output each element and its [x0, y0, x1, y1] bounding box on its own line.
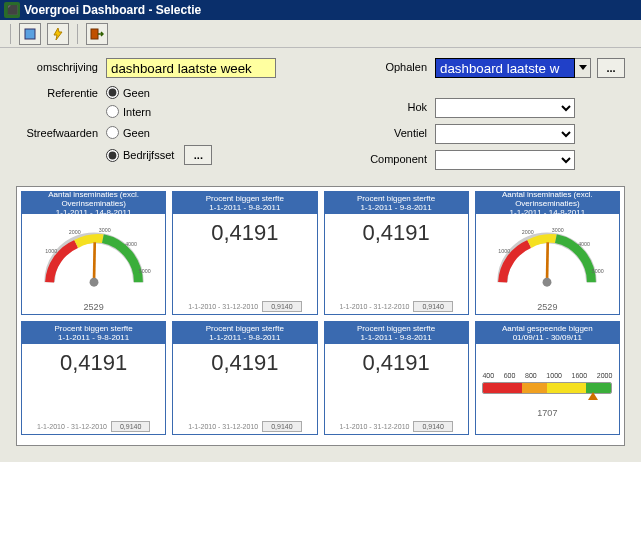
svg-marker-3: [579, 65, 587, 70]
ophalen-dropdown-button[interactable]: [575, 58, 591, 78]
toolbar: [0, 20, 641, 48]
svg-text:3000: 3000: [552, 227, 564, 233]
streef-bedrijfsset-option[interactable]: Bedrijfsset ...: [106, 145, 212, 165]
card-subtitle: 1-1-2011 - 9-8-2011: [23, 333, 164, 342]
svg-text:2000: 2000: [522, 229, 534, 235]
dashboard-card-body: 0,4191 1-1-2010 - 31-12-2010 0,9140: [173, 344, 316, 434]
omschrijving-label: omschrijving: [16, 58, 106, 73]
ophalen-label: Ophalen: [355, 58, 435, 73]
ventiel-select[interactable]: [435, 124, 575, 144]
hok-select[interactable]: [435, 98, 575, 118]
chevron-down-icon: [579, 65, 587, 71]
referentie-geen-radio[interactable]: [106, 86, 119, 99]
form-left-column: omschrijving Referentie Geen Intern: [16, 58, 276, 176]
referentie-label: Referentie: [16, 84, 106, 99]
linear-gauge: 400600800100016002000: [482, 382, 612, 394]
svg-text:5000: 5000: [592, 268, 604, 274]
referentie-intern-radio[interactable]: [106, 105, 119, 118]
toolbar-bolt-button[interactable]: [47, 23, 69, 45]
card-title: Aantal inseminaties (excl. Overinseminat…: [23, 190, 164, 208]
metric-footer-compare[interactable]: 0,9140: [413, 421, 452, 432]
dashboard-card-body: 400600800100016002000 1707: [476, 344, 619, 434]
svg-text:3000: 3000: [98, 227, 110, 233]
streef-bedrijfsset-label: Bedrijfsset: [123, 149, 174, 161]
selection-form: omschrijving Referentie Geen Intern: [0, 48, 641, 462]
dashboard-card-header: Procent biggen sterfte 1-1-2011 - 9-8-20…: [22, 322, 165, 344]
svg-point-10: [89, 278, 98, 287]
dashboard-card-body: 0,4191 1-1-2010 - 31-12-2010 0,9140: [173, 214, 316, 314]
referentie-radio-group: Geen Intern: [106, 84, 151, 118]
gauge-value: 2529: [84, 302, 104, 312]
metric-footer-compare[interactable]: 0,9140: [111, 421, 150, 432]
ophalen-browse-button[interactable]: ...: [597, 58, 625, 78]
metric-footer: 1-1-2010 - 31-12-2010 0,9140: [339, 301, 452, 312]
metric-footer: 1-1-2010 - 31-12-2010 0,9140: [188, 301, 301, 312]
metric-footer-compare[interactable]: 0,9140: [262, 301, 301, 312]
linear-gauge-pointer: [588, 392, 598, 400]
gauge-chart: 10002000300040005000: [482, 220, 612, 300]
linear-gauge-value: 1707: [537, 408, 557, 418]
svg-text:4000: 4000: [579, 241, 591, 247]
component-select[interactable]: [435, 150, 575, 170]
toolbar-divider: [77, 24, 78, 44]
card-subtitle: 01/09/11 - 30/09/11: [477, 333, 618, 342]
streef-geen-radio[interactable]: [106, 126, 119, 139]
streef-geen-option[interactable]: Geen: [106, 126, 212, 139]
card-title: Procent biggen sterfte: [326, 194, 467, 203]
svg-text:2000: 2000: [68, 229, 80, 235]
referentie-intern-label: Intern: [123, 106, 151, 118]
metric-footer-date: 1-1-2010 - 31-12-2010: [339, 303, 409, 310]
card-title: Aantal inseminaties (excl. Overinseminat…: [477, 190, 618, 208]
dashboard-card: Aantal inseminaties (excl. Overinseminat…: [21, 191, 166, 315]
toolbar-exit-button[interactable]: [86, 23, 108, 45]
dashboard-card-body: 10002000300040005000 2529: [22, 214, 165, 314]
svg-rect-2: [91, 29, 98, 39]
ophalen-input[interactable]: [435, 58, 575, 78]
metric-footer-date: 1-1-2010 - 31-12-2010: [37, 423, 107, 430]
dashboard-card-header: Aantal gespeende biggen 01/09/11 - 30/09…: [476, 322, 619, 344]
metric-footer-date: 1-1-2010 - 31-12-2010: [188, 423, 258, 430]
toolbar-book-button[interactable]: [19, 23, 41, 45]
card-title: Procent biggen sterfte: [326, 324, 467, 333]
component-label: Component: [355, 150, 435, 165]
bedrijfsset-browse-button[interactable]: ...: [184, 145, 212, 165]
ventiel-label: Ventiel: [355, 124, 435, 139]
metric-value: 0,4191: [211, 350, 278, 376]
card-title: Procent biggen sterfte: [23, 324, 164, 333]
app-icon: ⬛: [4, 2, 20, 18]
dashboard-card: Procent biggen sterfte 1-1-2011 - 9-8-20…: [324, 321, 469, 435]
metric-footer-compare[interactable]: 0,9140: [262, 421, 301, 432]
card-title: Procent biggen sterfte: [174, 194, 315, 203]
card-subtitle: 1-1-2011 - 9-8-2011: [326, 333, 467, 342]
hok-label: Hok: [355, 98, 435, 113]
referentie-intern-option[interactable]: Intern: [106, 105, 151, 118]
form-right-column: Ophalen ... Hok Ventiel Component: [355, 58, 625, 176]
svg-point-17: [543, 278, 552, 287]
card-subtitle: 1-1-2011 - 9-8-2011: [326, 203, 467, 212]
card-title: Procent biggen sterfte: [174, 324, 315, 333]
card-subtitle: 1-1-2011 - 9-8-2011: [174, 333, 315, 342]
streefwaarden-radio-group: Geen Bedrijfsset ...: [106, 124, 212, 165]
dashboard-card-body: 0,4191 1-1-2010 - 31-12-2010 0,9140: [22, 344, 165, 434]
metric-footer-date: 1-1-2010 - 31-12-2010: [188, 303, 258, 310]
svg-text:1000: 1000: [499, 248, 511, 254]
dashboard-card: Procent biggen sterfte 1-1-2011 - 9-8-20…: [21, 321, 166, 435]
referentie-geen-option[interactable]: Geen: [106, 86, 151, 99]
bolt-icon: [51, 27, 65, 41]
dashboard-card: Procent biggen sterfte 1-1-2011 - 9-8-20…: [172, 191, 317, 315]
omschrijving-input[interactable]: [106, 58, 276, 78]
book-icon: [23, 27, 37, 41]
streef-geen-label: Geen: [123, 127, 150, 139]
dashboard-card: Procent biggen sterfte 1-1-2011 - 9-8-20…: [324, 191, 469, 315]
streefwaarden-label: Streefwaarden: [16, 124, 106, 139]
exit-icon: [90, 27, 104, 41]
streef-bedrijfsset-radio[interactable]: [106, 149, 119, 162]
svg-text:4000: 4000: [125, 241, 137, 247]
gauge-chart: 10002000300040005000: [29, 220, 159, 300]
dashboard-card: Aantal inseminaties (excl. Overinseminat…: [475, 191, 620, 315]
metric-footer-compare[interactable]: 0,9140: [413, 301, 452, 312]
dashboard-card-header: Procent biggen sterfte 1-1-2011 - 9-8-20…: [325, 322, 468, 344]
window-title: Voergroei Dashboard - Selectie: [24, 3, 201, 17]
dashboard-card-body: 10002000300040005000 2529: [476, 214, 619, 314]
metric-value: 0,4191: [362, 350, 429, 376]
